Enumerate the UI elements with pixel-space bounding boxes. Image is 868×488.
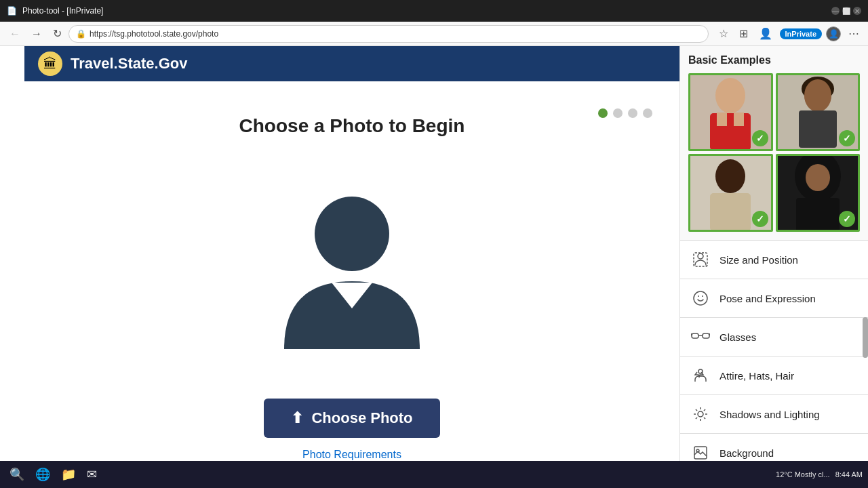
progress-dots [598, 108, 652, 118]
svg-point-7 [804, 79, 831, 112]
taskbar: 🔍 🌐 📁 ✉ 12°C Mostly cl... 8:44 AM [0, 461, 868, 488]
svg-point-1 [715, 78, 745, 113]
menu-label-glasses: Glasses [719, 331, 756, 343]
photo-requirements-link[interactable]: Photo Requirements [302, 449, 401, 461]
person-silhouette [271, 186, 433, 349]
browser-nav-bar: ← → ↻ 🔒 https://tsg.phototool.state.gov/… [0, 22, 868, 46]
menu-item-size-position[interactable]: Size and Position [680, 240, 868, 279]
inprivate-badge: InPrivate [780, 28, 822, 39]
url-text: https://tsg.phototool.state.gov/photo [90, 29, 218, 39]
menu-label-attire: Attire, Hats, Hair [719, 370, 794, 382]
pose-expression-icon [691, 289, 710, 308]
svg-rect-8 [799, 110, 837, 148]
example-photo-4[interactable]: ✓ [776, 154, 861, 232]
site-seal: 🏛 [38, 52, 62, 76]
example-photo-2[interactable]: ✓ [776, 73, 861, 151]
svg-rect-15 [694, 253, 707, 266]
right-panel: Basic Examples ✓ [679, 46, 868, 488]
svg-rect-10 [710, 193, 751, 230]
page-title: Choose a Photo to Begin [239, 115, 465, 137]
taskbar-weather: 12°C Mostly cl... [776, 470, 830, 479]
page-content-inner: Choose a Photo to Begin ⬆ Cho [38, 95, 666, 474]
glasses-icon [691, 327, 710, 346]
size-position-icon [691, 250, 710, 269]
svg-line-22 [691, 333, 692, 336]
svg-point-9 [715, 159, 745, 193]
svg-line-32 [696, 418, 697, 419]
taskbar-clock: 8:44 AM [835, 470, 863, 479]
silhouette-container [271, 157, 433, 378]
background-icon [691, 443, 710, 462]
menu-item-attire[interactable]: Attire, Hats, Hair [680, 356, 868, 394]
browser-title-bar: 📄 Photo-tool - [InPrivate] — ⬜ ✕ [0, 0, 868, 22]
silhouette-svg [271, 186, 433, 349]
check-icon-4: ✓ [839, 211, 855, 227]
minimize-button[interactable]: — [831, 7, 840, 15]
examples-grid: ✓ ✓ [688, 73, 860, 232]
site-name: Travel.State.Gov [71, 55, 187, 73]
svg-rect-2 [710, 113, 751, 150]
check-icon-3: ✓ [752, 211, 768, 227]
menu-item-pose-expression[interactable]: Pose and Expression [680, 279, 868, 317]
progress-dot-3 [628, 108, 637, 118]
menu-label-pose-expression: Pose and Expression [719, 293, 816, 304]
choose-photo-label: Choose Photo [311, 409, 412, 427]
choose-photo-button[interactable]: ⬆ Choose Photo [264, 399, 439, 438]
site-header: 🏛 Travel.State.Gov [24, 46, 679, 81]
svg-rect-3 [717, 113, 727, 126]
address-bar[interactable]: 🔒 https://tsg.phototool.state.gov/photo [68, 25, 709, 43]
taskbar-mail[interactable]: ✉ [83, 464, 101, 485]
window-controls[interactable]: — ⬜ ✕ [831, 7, 861, 15]
collection-button[interactable]: ⊞ [736, 26, 751, 41]
taskbar-search[interactable]: 🔍 [5, 464, 28, 485]
taskbar-edge[interactable]: 🌐 [31, 464, 54, 485]
close-button[interactable]: ✕ [853, 7, 861, 15]
menu-label-background: Background [719, 447, 774, 459]
svg-rect-13 [796, 198, 840, 230]
svg-line-23 [709, 333, 710, 336]
upload-icon: ⬆ [291, 409, 303, 427]
svg-point-25 [698, 411, 703, 417]
svg-rect-19 [692, 333, 698, 338]
svg-line-31 [704, 418, 705, 419]
menu-item-glasses[interactable]: Glasses [680, 317, 868, 356]
progress-dot-1 [598, 108, 608, 118]
menu-label-shadows: Shadows and Lighting [719, 409, 820, 420]
taskbar-time: 8:44 AM [835, 470, 863, 479]
shadows-icon [691, 405, 710, 424]
main-wrapper: ⬜ ☆ 🕐 ⬇ ＋ 🏛 Travel.State.Gov Choose a Ph… [24, 46, 868, 488]
menu-label-size-position: Size and Position [719, 254, 798, 266]
title-bar-left: 📄 Photo-tool - [InPrivate] [7, 6, 103, 16]
progress-dot-2 [613, 108, 623, 118]
tab-title: Photo-tool - [InPrivate] [22, 6, 103, 16]
svg-point-16 [694, 291, 707, 305]
refresh-button[interactable]: ↻ [49, 24, 66, 43]
taskbar-file-explorer[interactable]: 📁 [57, 464, 80, 485]
taskbar-right: 12°C Mostly cl... 8:44 AM [776, 470, 863, 479]
menu-item-shadows[interactable]: Shadows and Lighting [680, 394, 868, 433]
examples-section: Basic Examples ✓ [680, 46, 868, 240]
content-area: 🏛 Travel.State.Gov Choose a Photo to Beg… [24, 46, 679, 488]
example-photo-3[interactable]: ✓ [688, 154, 773, 232]
nav-right-icons: ☆ ⊞ 👤 InPrivate 👤 ⋯ [715, 26, 863, 41]
svg-point-0 [315, 197, 389, 271]
star-button[interactable]: ☆ [715, 26, 732, 41]
svg-point-12 [806, 164, 830, 191]
scrollbar-hint[interactable] [863, 317, 868, 358]
user-avatar[interactable]: 👤 [826, 26, 841, 41]
account-button[interactable]: 👤 [755, 26, 776, 41]
progress-dot-4 [643, 108, 652, 118]
seal-emoji: 🏛 [43, 56, 57, 72]
forward-button[interactable]: → [27, 25, 46, 43]
svg-line-33 [704, 409, 705, 411]
tab-favicon: 📄 [7, 6, 17, 16]
svg-rect-4 [734, 113, 744, 126]
examples-title: Basic Examples [688, 54, 860, 66]
check-icon-1: ✓ [752, 130, 768, 146]
svg-rect-20 [703, 333, 709, 338]
example-photo-1[interactable]: ✓ [688, 73, 773, 151]
menu-button[interactable]: ⋯ [845, 26, 863, 41]
svg-point-14 [698, 253, 703, 259]
maximize-button[interactable]: ⬜ [842, 7, 850, 15]
back-button[interactable]: ← [5, 25, 24, 43]
